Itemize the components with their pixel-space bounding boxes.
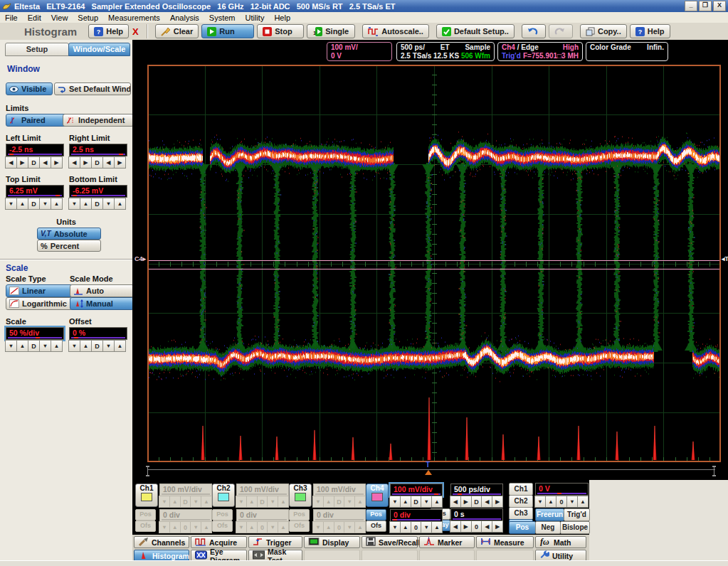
- menu-item-system[interactable]: System: [204, 14, 241, 22]
- spinner-default-button[interactable]: D: [91, 340, 103, 352]
- position-button[interactable]: Pos: [289, 509, 310, 520]
- spinner-default-button[interactable]: 0: [411, 521, 422, 533]
- close-button[interactable]: X: [713, 1, 726, 11]
- offset-button[interactable]: Ofs: [212, 520, 233, 532]
- spinner-step-button[interactable]: ◀: [102, 156, 115, 169]
- spinner-step-button[interactable]: ▶: [16, 156, 28, 169]
- offset-button[interactable]: Ofs: [289, 520, 310, 532]
- spinner-step-button[interactable]: ▶: [114, 156, 126, 169]
- spinner-step-button[interactable]: ▲: [114, 340, 126, 352]
- paired-button[interactable]: Paired: [6, 114, 68, 127]
- tab-measure[interactable]: Measure: [476, 536, 534, 548]
- channel-button-ch3[interactable]: Ch3: [289, 484, 312, 507]
- position-button[interactable]: Pos: [212, 509, 233, 520]
- spinner-step-button[interactable]: ▲: [80, 198, 92, 210]
- clear-button[interactable]: Clear: [155, 24, 199, 38]
- channel-scale-display[interactable]: 100 mV/div: [159, 484, 212, 496]
- spinner-step-button[interactable]: ▼: [5, 198, 17, 210]
- trigger-position-marker[interactable]: [425, 470, 432, 475]
- channel-scale-display[interactable]: 100 mV/div: [313, 484, 366, 496]
- position-button[interactable]: Pos: [366, 509, 386, 520]
- channel-position-display[interactable]: 0 div: [390, 509, 443, 522]
- trigger-trigd-button[interactable]: Trig'd: [564, 508, 590, 521]
- spinner-step-button[interactable]: ▶: [460, 520, 472, 533]
- spinner-default-button[interactable]: 0: [556, 496, 567, 508]
- spinner-step-button[interactable]: ▼: [102, 198, 115, 210]
- tab-window-scale[interactable]: Window/Scale: [68, 43, 130, 56]
- spinner-step-button[interactable]: ◀: [481, 496, 492, 508]
- channel-scale-display[interactable]: 100 mV/div: [390, 484, 443, 496]
- spinner-step-button[interactable]: ◀: [68, 156, 80, 169]
- units-absolute-button[interactable]: V,T Absolute: [37, 228, 101, 240]
- spinner-step-button[interactable]: ▼: [39, 340, 51, 352]
- spinner-step-button[interactable]: ▼: [566, 496, 578, 508]
- copy-button[interactable]: Copy..: [580, 24, 627, 38]
- spinner-step-button[interactable]: ▲: [16, 198, 28, 210]
- spinner-step-button[interactable]: ▼: [102, 340, 115, 352]
- spinner-step-button[interactable]: ▼: [68, 198, 80, 210]
- tab-display[interactable]: Display: [304, 536, 360, 548]
- spinner-step-button[interactable]: ▶: [492, 496, 503, 508]
- spinner-step-button[interactable]: ▶: [492, 520, 503, 533]
- scale-manual-button[interactable]: Manual: [70, 297, 134, 310]
- spinner-step-button[interactable]: ▼: [5, 340, 17, 352]
- spinner-step-button[interactable]: ▲: [400, 496, 411, 508]
- tab-marker[interactable]: Marker: [419, 536, 475, 548]
- offset-button[interactable]: Ofs: [366, 520, 386, 532]
- minimize-button[interactable]: _: [685, 1, 697, 11]
- stop-button[interactable]: Stop: [257, 24, 304, 38]
- spinner-step-button[interactable]: ◀: [5, 156, 17, 169]
- scale-auto-button[interactable]: Auto: [70, 284, 134, 297]
- logarithmic-button[interactable]: Logarithmic: [6, 297, 73, 310]
- spinner-step-button[interactable]: ▼: [421, 496, 432, 508]
- spinner-default-button[interactable]: D: [411, 496, 422, 508]
- spinner-step-button[interactable]: ▶: [51, 156, 63, 169]
- spinner-step-button[interactable]: ▲: [114, 198, 126, 210]
- trigger-level-display[interactable]: 0 V: [535, 483, 589, 496]
- colorgrade-readout[interactable]: Color Grade Infin.: [586, 42, 668, 61]
- spinner-default-button[interactable]: D: [91, 198, 103, 210]
- spinner-step-button[interactable]: ◀: [450, 520, 461, 533]
- menu-item-help[interactable]: Help: [269, 14, 295, 22]
- tab-save-recall[interactable]: Save/Recall: [362, 536, 418, 548]
- trigger-source-ch3[interactable]: Ch3: [509, 507, 533, 520]
- spinner-step-button[interactable]: ▲: [400, 521, 411, 533]
- tab-setup[interactable]: Setup: [5, 43, 69, 56]
- spinner-step-button[interactable]: ▲: [431, 496, 443, 508]
- channel-button-ch1[interactable]: Ch1: [135, 484, 158, 507]
- menu-item-view[interactable]: View: [46, 14, 73, 22]
- spinner-step-button[interactable]: ◀: [481, 520, 492, 533]
- spinner-step-button[interactable]: ◀: [39, 156, 51, 169]
- right-limit-display[interactable]: 2.5 ns: [69, 144, 127, 156]
- spinner-step-button[interactable]: ▲: [431, 521, 443, 533]
- menu-item-analysis[interactable]: Analysis: [165, 14, 204, 22]
- offset-display[interactable]: 0 %: [69, 327, 127, 340]
- spinner-step-button[interactable]: ◀: [450, 496, 461, 508]
- left-limit-display[interactable]: -2.5 ns: [6, 144, 64, 156]
- trigger-freerun-button[interactable]: Freerun: [535, 508, 564, 521]
- undo-button[interactable]: [522, 24, 546, 38]
- spinner-step-button[interactable]: ▲: [545, 496, 556, 508]
- tab-acquire[interactable]: Acquire: [191, 536, 247, 548]
- spinner-default-button[interactable]: D: [28, 340, 40, 352]
- trigger-source-ch1[interactable]: Ch1: [509, 483, 533, 496]
- spinner-step-button[interactable]: ▲: [577, 496, 589, 508]
- trigger-readout[interactable]: Ch4 / Edge High Trig'd F=755.901□3 MH: [497, 42, 583, 61]
- trigger-slope-pos-button[interactable]: Pos: [509, 521, 536, 534]
- spinner-step-button[interactable]: ▶: [80, 156, 92, 169]
- timebase-scale-display[interactable]: 500 ps/div: [450, 484, 503, 496]
- trigger-source-ch2[interactable]: Ch2: [509, 495, 533, 508]
- spinner-default-button[interactable]: 0: [471, 520, 482, 533]
- scale-value-display[interactable]: 50 %/div: [6, 327, 64, 340]
- menu-item-edit[interactable]: Edit: [23, 14, 46, 22]
- single-button[interactable]: 1 Single: [307, 24, 355, 38]
- spinner-default-button[interactable]: D: [91, 156, 103, 169]
- top-limit-display[interactable]: 6.25 mV: [6, 185, 64, 198]
- spinner-step-button[interactable]: ▲: [51, 198, 63, 210]
- panel-help-button[interactable]: ? Help: [88, 24, 129, 38]
- spinner-default-button[interactable]: D: [28, 156, 40, 169]
- channel-button-ch4[interactable]: Ch4: [366, 484, 389, 507]
- tab-channels[interactable]: Channels: [134, 536, 189, 548]
- spinner-step-button[interactable]: ▼: [389, 496, 401, 508]
- tab-math[interactable]: fωMath: [535, 536, 586, 548]
